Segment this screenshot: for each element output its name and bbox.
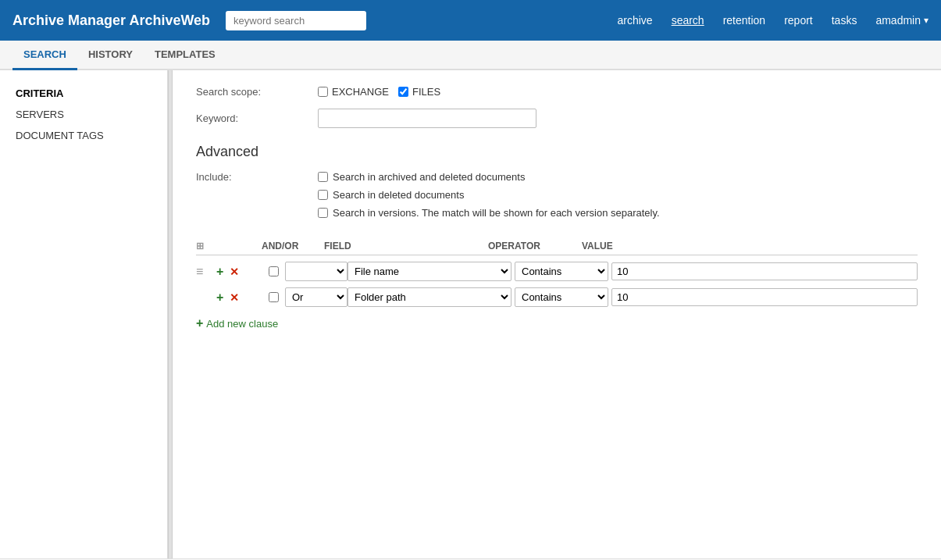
- clause-0-value: [611, 262, 918, 280]
- clause-0-operator: Contains Does not contain Equals Starts …: [515, 262, 608, 281]
- main-content: Search scope: EXCHANGE FILES Keyword: Ad…: [173, 70, 941, 558]
- main-nav: archive search retention report tasks am…: [617, 14, 929, 27]
- include-option-2[interactable]: Search in versions. The match will be sh…: [318, 207, 660, 219]
- clause-section: ⊞ AND/OR FIELD OPERATOR VALUE ≡ + ✕: [196, 237, 918, 330]
- nav-search[interactable]: search: [672, 14, 704, 27]
- add-clause-0-button[interactable]: +: [215, 266, 225, 278]
- clause-0-field: File name Folder path Author Subject Dat…: [348, 262, 511, 281]
- clause-1-andor: And Or: [285, 287, 348, 307]
- include-archived-deleted-label: Search in archived and deleted documents: [333, 171, 525, 183]
- action-btns-1: + ✕: [215, 291, 262, 304]
- clause-0-operator-select[interactable]: Contains Does not contain Equals Starts …: [515, 262, 608, 281]
- tab-history[interactable]: HISTORY: [77, 41, 144, 70]
- files-checkbox-label[interactable]: FILES: [398, 86, 440, 98]
- clause-0-field-select[interactable]: File name Folder path Author Subject Dat…: [348, 262, 511, 281]
- nav-report[interactable]: report: [784, 14, 813, 27]
- action-btns-0: + ✕: [215, 266, 262, 278]
- keyword-search-input[interactable]: [226, 11, 366, 30]
- include-options: Search in archived and deleted documents…: [318, 171, 660, 219]
- search-scope-label: Search scope:: [196, 86, 305, 98]
- clause-1-value: [611, 288, 918, 306]
- clause-checkbox-1[interactable]: [262, 292, 285, 302]
- include-versions-label: Search in versions. The match will be sh…: [333, 207, 660, 219]
- tab-search[interactable]: SEARCH: [12, 41, 77, 70]
- grid-icon: ⊞: [196, 241, 204, 251]
- include-option-1[interactable]: Search in deleted documents: [318, 189, 660, 201]
- exchange-checkbox-label[interactable]: EXCHANGE: [318, 86, 389, 98]
- clause-1-field: File name Folder path Author Subject Dat…: [348, 287, 511, 307]
- remove-clause-1-button[interactable]: ✕: [228, 292, 241, 303]
- remove-clause-0-button[interactable]: ✕: [228, 266, 241, 277]
- clause-row-1: + ✕ And Or File name Folder path: [196, 284, 918, 310]
- files-checkbox[interactable]: [398, 87, 408, 97]
- add-clause-label: Add new clause: [206, 318, 278, 330]
- clause-0-checkbox[interactable]: [269, 266, 279, 276]
- app-title: Archive Manager ArchiveWeb: [12, 12, 210, 29]
- include-deleted-checkbox[interactable]: [318, 190, 328, 200]
- nav-amadmin[interactable]: amadmin: [875, 14, 929, 27]
- content-layout: CRITERIA SERVERS DOCUMENT TAGS Search sc…: [0, 70, 941, 558]
- header: Archive Manager ArchiveWeb archive searc…: [0, 0, 941, 41]
- sidebar: CRITERIA SERVERS DOCUMENT TAGS: [0, 70, 168, 558]
- clause-header: ⊞ AND/OR FIELD OPERATOR VALUE: [196, 237, 918, 255]
- clause-row-0: ≡ + ✕ File name Folder path: [196, 259, 918, 284]
- nav-archive[interactable]: archive: [617, 14, 652, 27]
- include-row: Include: Search in archived and deleted …: [196, 171, 918, 219]
- col-operator-header: OPERATOR: [488, 241, 582, 251]
- tab-templates[interactable]: TEMPLATES: [144, 41, 226, 70]
- keyword-label: Keyword:: [196, 112, 305, 124]
- sidebar-item-criteria[interactable]: CRITERIA: [0, 83, 167, 104]
- include-deleted-label: Search in deleted documents: [333, 189, 464, 201]
- sidebar-item-servers[interactable]: SERVERS: [0, 104, 167, 125]
- include-versions-checkbox[interactable]: [318, 208, 328, 218]
- add-clause-plus-icon: +: [196, 316, 203, 330]
- drag-handle-0[interactable]: ≡: [196, 265, 215, 279]
- sidebar-item-document-tags[interactable]: DOCUMENT TAGS: [0, 125, 167, 146]
- search-scope-controls: EXCHANGE FILES: [318, 86, 440, 98]
- exchange-label: EXCHANGE: [332, 86, 389, 98]
- clause-1-operator-select[interactable]: Contains Does not contain Equals Starts …: [515, 287, 608, 307]
- clause-checkbox-0[interactable]: [262, 266, 285, 276]
- keyword-row: Keyword:: [196, 109, 918, 128]
- clause-1-field-select[interactable]: File name Folder path Author Subject Dat…: [348, 287, 511, 307]
- files-label: FILES: [412, 86, 440, 98]
- add-clause-1-button[interactable]: +: [215, 291, 225, 304]
- clause-1-andor-select[interactable]: And Or: [285, 287, 348, 307]
- col-andor-header: AND/OR: [262, 241, 324, 251]
- clause-1-checkbox[interactable]: [269, 292, 279, 302]
- include-option-0[interactable]: Search in archived and deleted documents: [318, 171, 660, 183]
- add-new-clause[interactable]: + Add new clause: [196, 316, 918, 330]
- col-drag-header: ⊞: [196, 241, 215, 251]
- clause-0-andor: [285, 262, 348, 281]
- col-field-header: FIELD: [324, 241, 488, 251]
- keyword-input[interactable]: [318, 109, 536, 128]
- clause-1-value-input[interactable]: [611, 288, 918, 306]
- clause-0-andor-select[interactable]: [285, 262, 348, 281]
- clause-1-operator: Contains Does not contain Equals Starts …: [515, 287, 608, 307]
- nav-tasks[interactable]: tasks: [832, 14, 857, 27]
- col-value-header: VALUE: [582, 241, 918, 251]
- subnav: SEARCH HISTORY TEMPLATES: [0, 41, 941, 70]
- include-label: Include:: [196, 171, 305, 183]
- exchange-checkbox[interactable]: [318, 87, 328, 97]
- advanced-heading: Advanced: [196, 144, 918, 160]
- include-archived-deleted-checkbox[interactable]: [318, 172, 328, 182]
- clause-0-value-input[interactable]: [611, 262, 918, 280]
- nav-retention[interactable]: retention: [723, 14, 765, 27]
- search-scope-row: Search scope: EXCHANGE FILES: [196, 86, 918, 98]
